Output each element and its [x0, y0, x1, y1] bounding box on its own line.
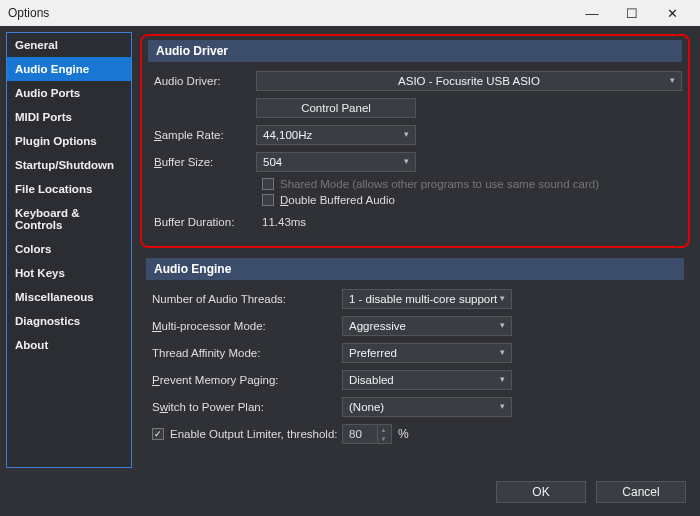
sidebar-item-general[interactable]: General [7, 33, 131, 57]
shared-mode-label: Shared Mode (allows other programs to us… [280, 178, 599, 190]
audio-threads-select[interactable]: 1 - disable multi-core support ▾ [342, 289, 512, 309]
output-limiter-threshold[interactable]: 80 ▲▼ [342, 424, 392, 444]
chevron-down-icon: ▾ [500, 401, 505, 411]
window-title: Options [8, 6, 572, 20]
audio-driver-label: Audio Driver: [148, 75, 256, 87]
output-limiter-checkbox[interactable]: ✓ [152, 428, 164, 440]
sidebar-item-audio-ports[interactable]: Audio Ports [7, 81, 131, 105]
mp-mode-select[interactable]: Aggressive ▾ [342, 316, 512, 336]
sidebar-item-audio-engine[interactable]: Audio Engine [7, 57, 131, 81]
main-panel: Audio Driver Audio Driver: ASIO - Focusr… [138, 32, 694, 468]
double-buffered-checkbox[interactable] [262, 194, 274, 206]
sidebar-item-hot-keys[interactable]: Hot Keys [7, 261, 131, 285]
sidebar-item-diagnostics[interactable]: Diagnostics [7, 309, 131, 333]
sidebar-item-keyboard-controls[interactable]: Keyboard & Controls [7, 201, 131, 237]
title-bar: Options — ☐ ✕ [0, 0, 700, 26]
sidebar-item-colors[interactable]: Colors [7, 237, 131, 261]
power-plan-select[interactable]: (None) ▾ [342, 397, 512, 417]
output-limiter-label: Enable Output Limiter, threshold: [170, 428, 338, 440]
sidebar-item-startup-shutdown[interactable]: Startup/Shutdown [7, 153, 131, 177]
affinity-label: Thread Affinity Mode: [146, 347, 342, 359]
sidebar-item-plugin-options[interactable]: Plugin Options [7, 129, 131, 153]
chevron-down-icon: ▾ [500, 347, 505, 357]
chevron-down-icon: ▾ [670, 75, 675, 85]
chevron-down-icon: ▾ [500, 293, 505, 303]
buffer-size-label: Buffer Size: [148, 156, 256, 168]
sidebar: General Audio Engine Audio Ports MIDI Po… [6, 32, 132, 468]
spin-up-icon[interactable]: ▲ [377, 425, 389, 434]
spin-down-icon[interactable]: ▼ [377, 434, 389, 443]
cancel-button[interactable]: Cancel [596, 481, 686, 503]
audio-driver-header: Audio Driver [148, 40, 682, 62]
paging-label: Prevent Memory Paging: [146, 374, 342, 386]
minimize-button[interactable]: — [572, 6, 612, 21]
buffer-size-select[interactable]: 504 ▾ [256, 152, 416, 172]
sidebar-item-miscellaneous[interactable]: Miscellaneous [7, 285, 131, 309]
power-plan-label: Switch to Power Plan: [146, 401, 342, 413]
mp-mode-label: Multi-processor Mode: [146, 320, 342, 332]
audio-driver-select[interactable]: ASIO - Focusrite USB ASIO ▾ [256, 71, 682, 91]
audio-driver-highlight: Audio Driver Audio Driver: ASIO - Focusr… [140, 34, 690, 248]
double-buffered-label: Double Buffered Audio [280, 194, 395, 206]
close-button[interactable]: ✕ [652, 6, 692, 21]
audio-engine-header: Audio Engine [146, 258, 684, 280]
buffer-duration-value: 11.43ms [256, 216, 306, 228]
dialog-footer: OK Cancel [0, 474, 700, 510]
maximize-button[interactable]: ☐ [612, 6, 652, 21]
shared-mode-checkbox [262, 178, 274, 190]
audio-threads-label: Number of Audio Threads: [146, 293, 342, 305]
sidebar-item-midi-ports[interactable]: MIDI Ports [7, 105, 131, 129]
chevron-down-icon: ▾ [404, 129, 409, 139]
sidebar-item-file-locations[interactable]: File Locations [7, 177, 131, 201]
ok-button[interactable]: OK [496, 481, 586, 503]
buffer-duration-label: Buffer Duration: [148, 216, 256, 228]
sample-rate-label: Sample Rate: [148, 129, 256, 141]
sidebar-item-about[interactable]: About [7, 333, 131, 357]
affinity-select[interactable]: Preferred ▾ [342, 343, 512, 363]
chevron-down-icon: ▾ [500, 320, 505, 330]
control-panel-button[interactable]: Control Panel [256, 98, 416, 118]
limiter-unit: % [392, 427, 409, 441]
chevron-down-icon: ▾ [500, 374, 505, 384]
chevron-down-icon: ▾ [404, 156, 409, 166]
sample-rate-select[interactable]: 44,100Hz ▾ [256, 125, 416, 145]
paging-select[interactable]: Disabled ▾ [342, 370, 512, 390]
